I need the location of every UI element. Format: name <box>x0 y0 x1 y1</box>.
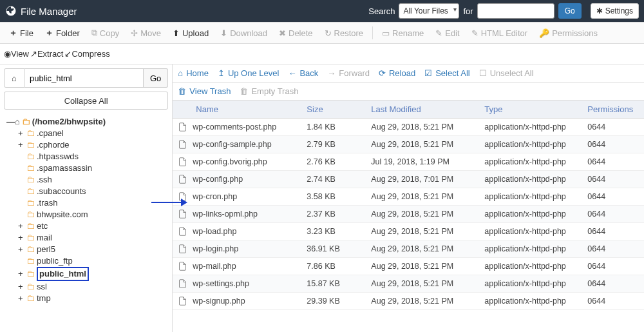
col-size[interactable]: Size <box>307 104 371 114</box>
tree-item[interactable]: 🗀bhwpsite.com <box>18 209 168 220</box>
tree-item[interactable]: 🗀public_ftp <box>18 255 168 267</box>
file-size: 36.91 KB <box>307 244 371 253</box>
file-type: application/x-httpd-php <box>484 210 587 219</box>
home-icon-button[interactable]: ⌂ <box>4 68 24 88</box>
folder-icon: 🗀 <box>26 128 35 139</box>
tree-item[interactable]: +🗀.cphorde <box>18 139 168 151</box>
html-editor-icon: ✎ <box>471 28 478 38</box>
file-size: 3.58 KB <box>307 192 371 201</box>
move-button[interactable]: ✢Move <box>126 26 166 41</box>
file-type: application/x-httpd-php <box>484 192 587 201</box>
file-icon <box>178 296 187 306</box>
delete-button[interactable]: ✖Delete <box>274 26 318 41</box>
tree-item-label: .ssh <box>37 174 52 186</box>
tree-item[interactable]: 🗀.ssh <box>18 174 168 186</box>
collapse-all-button[interactable]: Collapse All <box>4 92 168 110</box>
path-go-button[interactable]: Go <box>144 68 168 88</box>
tree-item[interactable]: +🗀etc <box>18 220 168 232</box>
table-row[interactable]: wp-login.php36.91 KBAug 29, 2018, 5:21 P… <box>173 240 644 258</box>
view-trash[interactable]: 🗑View Trash <box>178 86 231 96</box>
file-modified: Aug 29, 2018, 5:21 PM <box>371 227 484 236</box>
file-icon <box>178 278 187 289</box>
search-go-button[interactable]: Go <box>558 3 582 19</box>
restore-button[interactable]: ↻Restore <box>319 26 369 41</box>
nav-forward[interactable]: →Forward <box>327 68 370 78</box>
edit-button[interactable]: ✎Edit <box>430 26 464 41</box>
col-type[interactable]: Type <box>484 104 587 114</box>
html-editor-button[interactable]: ✎HTML Editor <box>466 26 533 41</box>
table-row[interactable]: wp-signup.php29.39 KBAug 29, 2018, 5:21 … <box>173 293 644 310</box>
col-permissions[interactable]: Permissions <box>587 104 639 114</box>
view-button[interactable]: ◉View <box>4 49 29 59</box>
tree-item[interactable]: 🗀.subaccounts <box>18 186 168 197</box>
tree-root[interactable]: — ⌂ 🗀 (/home2/bhwpsite) <box>6 116 168 128</box>
nav-up[interactable]: ↥Up One Level <box>218 68 279 78</box>
file-permissions: 0644 <box>587 227 639 236</box>
file-modified: Aug 29, 2018, 5:21 PM <box>371 122 484 132</box>
table-row[interactable]: wp-links-opml.php2.37 KBAug 29, 2018, 5:… <box>173 206 644 223</box>
settings-button[interactable]: ✱ Settings <box>591 3 639 19</box>
folder-icon: 🗀 <box>26 139 35 151</box>
rename-button[interactable]: ▭Rename <box>377 26 429 41</box>
table-row[interactable]: wp-load.php3.23 KBAug 29, 2018, 5:21 PMa… <box>173 223 644 240</box>
file-name: wp-links-opml.php <box>193 210 258 219</box>
tree-item[interactable]: 🗀.spamassassin <box>18 162 168 174</box>
cpanel-icon <box>5 5 17 17</box>
nav-select-all[interactable]: ☑Select All <box>424 68 469 78</box>
tree-item-label: .cphorde <box>37 139 70 151</box>
copy-button[interactable]: ⧉Copy <box>86 25 124 41</box>
tree-item[interactable]: +🗀ssl <box>18 281 168 293</box>
file-permissions: 0644 <box>587 140 639 149</box>
home-icon: ⌂ <box>178 68 183 78</box>
tree-item-label: tmp <box>37 293 51 304</box>
tree-item-label: .spamassassin <box>37 162 92 174</box>
extract-button[interactable]: ↗Extract <box>30 49 63 59</box>
check-icon: ☑ <box>424 68 432 78</box>
upload-button[interactable]: ⬆Upload <box>167 26 214 41</box>
copy-icon: ⧉ <box>91 28 97 38</box>
tree-item[interactable]: +🗀.cpanel <box>18 128 168 139</box>
tree-item-label: .cpanel <box>37 128 64 139</box>
new-folder-button[interactable]: ＋Folder <box>40 24 85 41</box>
nav-home[interactable]: ⌂Home <box>178 68 209 78</box>
tree-item-label: public_ftp <box>37 255 73 267</box>
table-row[interactable]: wp-config-sample.php2.79 KBAug 29, 2018,… <box>173 136 644 153</box>
tree-item[interactable]: 🗀.trash <box>18 197 168 209</box>
col-modified[interactable]: Last Modified <box>371 104 484 114</box>
file-type: application/x-httpd-php <box>484 175 587 184</box>
col-name[interactable]: Name <box>178 104 307 114</box>
file-size: 2.74 KB <box>307 175 371 184</box>
permissions-button[interactable]: 🔑Permissions <box>534 26 603 41</box>
tree-item[interactable]: +🗀tmp <box>18 293 168 304</box>
download-button[interactable]: ⬇Download <box>215 26 272 41</box>
search-scope-select[interactable]: All Your Files <box>399 3 459 19</box>
table-row[interactable]: wp-cron.php3.58 KBAug 29, 2018, 5:21 PMa… <box>173 188 644 206</box>
file-modified: Aug 29, 2018, 5:21 PM <box>371 244 484 253</box>
tree-item[interactable]: 🗀.htpasswds <box>18 151 168 162</box>
grid-header: Name Size Last Modified Type Permissions <box>173 101 644 119</box>
file-permissions: 0644 <box>587 210 639 219</box>
delete-icon: ✖ <box>279 28 286 38</box>
tree-item[interactable]: +🗀perl5 <box>18 244 168 255</box>
tree-item[interactable]: +🗀public_html <box>18 267 168 281</box>
file-size: 2.76 KB <box>307 157 371 166</box>
file-name: wp-config-sample.php <box>193 140 271 149</box>
path-input[interactable] <box>24 68 144 88</box>
table-row[interactable]: wp-settings.php15.87 KBAug 29, 2018, 5:2… <box>173 275 644 293</box>
compress-button[interactable]: ↙Compress <box>64 49 109 59</box>
file-grid: Name Size Last Modified Type Permissions… <box>173 101 644 332</box>
nav-reload[interactable]: ⟳Reload <box>379 68 415 78</box>
empty-trash[interactable]: 🗑Empty Trash <box>240 86 298 96</box>
tree-item[interactable]: +🗀mail <box>18 232 168 244</box>
forward-icon: → <box>327 68 336 78</box>
nav-unselect-all[interactable]: ☐Unselect All <box>479 68 534 78</box>
file-modified: Aug 29, 2018, 5:21 PM <box>371 210 484 219</box>
nav-back[interactable]: ←Back <box>288 68 318 78</box>
search-input[interactable] <box>477 3 554 19</box>
new-file-button[interactable]: ＋File <box>4 24 39 41</box>
table-row[interactable]: wp-config.bvorig.php2.76 KBJul 19, 2018,… <box>173 153 644 171</box>
table-row[interactable]: wp-mail.php7.86 KBAug 29, 2018, 5:21 PMa… <box>173 258 644 275</box>
folder-icon: 🗀 <box>26 268 35 280</box>
table-row[interactable]: wp-config.php2.74 KBAug 29, 2018, 7:01 P… <box>173 171 644 188</box>
table-row[interactable]: wp-comments-post.php1.84 KBAug 29, 2018,… <box>173 119 644 136</box>
